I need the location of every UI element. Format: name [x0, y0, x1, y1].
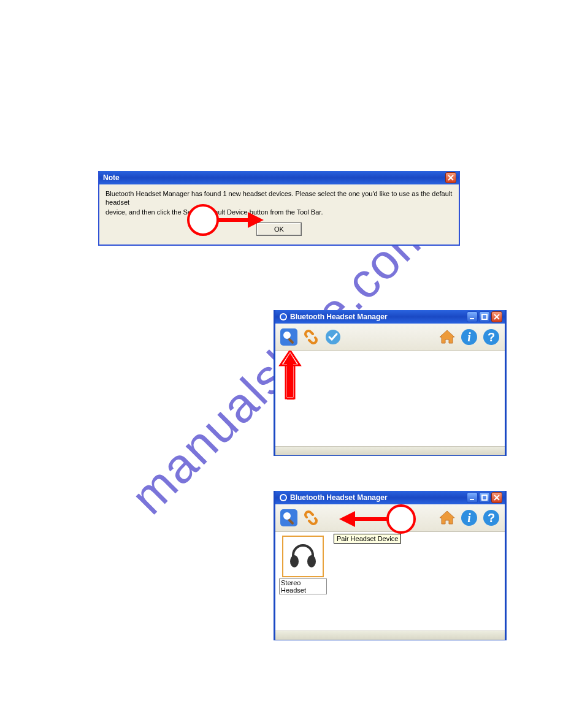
svg-rect-8: [482, 314, 487, 319]
note-message-line2: device, and then click the Select Defaul…: [105, 208, 453, 216]
info-button[interactable]: i: [459, 508, 479, 528]
search-device-button[interactable]: [279, 327, 299, 347]
headphones-icon: [287, 540, 319, 572]
note-titlebar: Note: [99, 171, 459, 184]
manager1-statusbar: [275, 446, 505, 455]
note-dialog: Note Bluetooth Headset Manager has found…: [98, 171, 460, 246]
close-button[interactable]: [491, 311, 502, 322]
minimize-icon: [469, 495, 475, 501]
close-icon: [448, 175, 454, 181]
manager1-title: Bluetooth Headset Manager: [290, 313, 388, 321]
minimize-icon: [469, 314, 475, 320]
help-button[interactable]: ?: [481, 327, 501, 347]
manager-window-1: Bluetooth Headset Manager: [274, 310, 507, 456]
pair-device-button[interactable]: [301, 327, 321, 347]
info-button[interactable]: i: [459, 327, 479, 347]
svg-rect-30: [482, 495, 487, 500]
note-body: Bluetooth Headset Manager has found 1 ne…: [99, 184, 459, 245]
manager1-titlebar: Bluetooth Headset Manager: [275, 310, 505, 324]
note-close-button[interactable]: [445, 172, 456, 183]
manager2-titlebar: Bluetooth Headset Manager: [275, 491, 505, 504]
note-message-line1: Bluetooth Headset Manager has found 1 ne…: [105, 189, 453, 207]
manager1-content: [275, 351, 505, 446]
svg-text:i: i: [467, 511, 471, 525]
home-button[interactable]: [437, 508, 457, 528]
search-device-button[interactable]: [279, 508, 299, 528]
home-icon: [438, 509, 456, 527]
svg-rect-29: [470, 499, 474, 500]
manager2-content: Stereo Headset: [275, 532, 505, 631]
pair-tooltip: Pair Headset Device: [334, 534, 401, 544]
svg-point-12: [283, 331, 291, 339]
minimize-button[interactable]: [467, 311, 478, 322]
close-icon: [494, 495, 500, 501]
svg-text:?: ?: [488, 511, 495, 525]
home-icon: [438, 328, 456, 346]
home-button[interactable]: [437, 327, 457, 347]
svg-point-34: [283, 512, 291, 520]
maximize-button[interactable]: [479, 311, 490, 322]
help-icon: ?: [482, 328, 500, 346]
close-icon: [494, 314, 500, 320]
link-icon: [302, 509, 320, 527]
note-title: Note: [103, 173, 120, 182]
svg-point-40: [290, 555, 299, 567]
svg-point-28: [281, 495, 286, 500]
ok-button[interactable]: OK: [256, 222, 302, 236]
manager2-toolbar: i ?: [275, 504, 505, 532]
svg-text:i: i: [467, 330, 471, 344]
manager-window-2: Bluetooth Headset Manager: [274, 491, 507, 640]
maximize-icon: [481, 495, 488, 501]
device-label: Stereo Headset: [279, 578, 327, 594]
manager2-title: Bluetooth Headset Manager: [290, 493, 388, 502]
app-icon: [279, 313, 288, 321]
app-icon: [279, 493, 288, 502]
info-icon: i: [460, 509, 478, 527]
info-icon: i: [460, 328, 478, 346]
svg-rect-7: [470, 318, 474, 319]
check-circle-icon: [324, 328, 342, 346]
maximize-icon: [481, 314, 488, 320]
manager2-statusbar: [275, 631, 505, 640]
help-button[interactable]: ?: [481, 508, 501, 528]
svg-point-6: [281, 314, 286, 319]
search-icon: [280, 509, 298, 527]
maximize-button[interactable]: [479, 492, 490, 503]
device-thumbnail: [282, 536, 324, 577]
minimize-button[interactable]: [467, 492, 478, 503]
svg-point-41: [307, 555, 316, 567]
default-device-button[interactable]: [323, 327, 343, 347]
svg-text:?: ?: [488, 330, 495, 344]
help-icon: ?: [482, 509, 500, 527]
link-icon: [302, 328, 320, 346]
device-item[interactable]: Stereo Headset: [279, 536, 327, 594]
search-icon: [280, 328, 298, 346]
close-button[interactable]: [491, 492, 502, 503]
pair-device-button[interactable]: [301, 508, 321, 528]
manager1-toolbar: i ?: [275, 324, 505, 351]
